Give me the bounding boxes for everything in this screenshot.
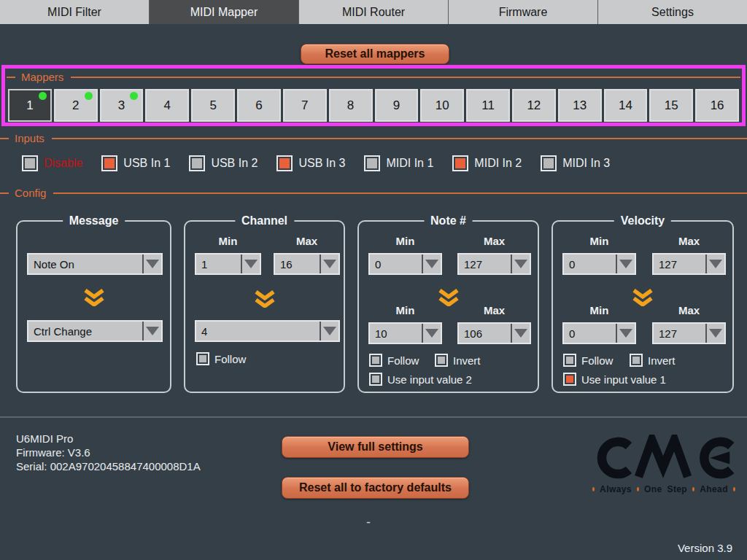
note-out-min-select[interactable]: 10: [368, 322, 442, 344]
reset-factory-defaults-button[interactable]: Reset all to factory defaults: [282, 477, 469, 499]
input-option[interactable]: MIDI In 2: [452, 155, 522, 171]
section-line: [7, 77, 15, 78]
inputs-section-header: Inputs: [0, 132, 747, 144]
note-follow-option[interactable]: Follow: [369, 354, 419, 367]
note-invert-checkbox[interactable]: [435, 354, 448, 367]
cme-tagline: Always One Step Ahead: [592, 484, 735, 494]
input-option[interactable]: Disable: [22, 155, 82, 171]
dropdown-arrow-icon[interactable]: [705, 324, 724, 343]
velocity-use-input-option[interactable]: Use input value 1: [563, 373, 666, 386]
note-in-min-value: 0: [370, 254, 422, 273]
velocity-follow-option[interactable]: Follow: [563, 354, 613, 367]
mapper-button[interactable]: 11: [466, 89, 510, 122]
input-option[interactable]: USB In 2: [189, 155, 258, 171]
mapper-button[interactable]: 3: [100, 89, 144, 122]
dropdown-arrow-icon[interactable]: [422, 324, 441, 343]
channel-in-max-select[interactable]: 16: [274, 253, 340, 275]
mapper-button[interactable]: 9: [375, 89, 419, 122]
view-full-settings-button[interactable]: View full settings: [282, 436, 469, 458]
input-option-label: Disable: [44, 157, 82, 170]
section-line: [0, 192, 9, 194]
tab-midi-filter[interactable]: MIDI Filter: [0, 0, 150, 24]
tab-firmware[interactable]: Firmware: [449, 0, 598, 24]
dropdown-arrow-icon[interactable]: [511, 324, 530, 343]
velocity-invert-option[interactable]: Invert: [630, 354, 676, 367]
input-option[interactable]: MIDI In 3: [541, 155, 610, 171]
mapper-buttons-row: 1 2 3 4 5 6 7: [8, 89, 739, 122]
reset-all-mappers-button[interactable]: Reset all mappers: [301, 44, 449, 64]
mapper-button[interactable]: 15: [649, 89, 693, 122]
note-in-min-select[interactable]: 0: [368, 253, 442, 275]
dropdown-arrow-icon[interactable]: [142, 254, 161, 273]
velocity-out-max-select[interactable]: 127: [652, 322, 726, 344]
mappers-section-header: Mappers: [7, 71, 740, 83]
mapper-button[interactable]: 8: [329, 89, 373, 122]
note-use-input-option[interactable]: Use input value 2: [369, 373, 472, 386]
tagline-word: Step: [667, 484, 688, 494]
dropdown-arrow-icon[interactable]: [705, 254, 724, 273]
active-dot-icon: [85, 92, 93, 100]
note-in-max-label: Max: [457, 235, 531, 247]
velocity-out-min-select[interactable]: 0: [562, 322, 636, 344]
dropdown-arrow-icon[interactable]: [422, 254, 441, 273]
note-use-input-checkbox[interactable]: [369, 373, 382, 386]
mapper-button[interactable]: 1: [8, 89, 52, 122]
velocity-in-min-select[interactable]: 0: [562, 253, 636, 275]
mapper-button[interactable]: 13: [558, 89, 602, 122]
tab-midi-router[interactable]: MIDI Router: [299, 0, 449, 24]
channel-follow-checkbox[interactable]: [196, 352, 209, 365]
section-line: [71, 77, 740, 78]
velocity-in-max-select[interactable]: 127: [652, 253, 726, 275]
mapper-button-label: 11: [481, 98, 495, 113]
velocity-follow-checkbox[interactable]: [563, 354, 576, 367]
mapper-button[interactable]: 12: [512, 89, 556, 122]
mapper-button[interactable]: 6: [237, 89, 281, 122]
input-checkbox[interactable]: [101, 155, 117, 171]
dropdown-arrow-icon[interactable]: [616, 324, 635, 343]
mapper-button-label: 6: [255, 98, 262, 113]
input-option-label: USB In 3: [298, 157, 345, 170]
map-direction-chevron-icon: [82, 289, 106, 306]
message-input-select[interactable]: Note On: [27, 253, 163, 275]
dropdown-arrow-icon[interactable]: [320, 322, 338, 341]
input-checkbox[interactable]: [541, 155, 557, 171]
note-invert-option[interactable]: Invert: [435, 354, 481, 367]
velocity-use-input-checkbox[interactable]: [563, 373, 576, 386]
mapper-button[interactable]: 7: [283, 89, 327, 122]
device-info: U6MIDI Pro Firmware: V3.6 Serial: 002A97…: [16, 432, 201, 473]
channel-in-min-select[interactable]: 1: [195, 253, 261, 275]
note-in-max-value: 127: [459, 254, 511, 273]
mappers-highlight-box: Mappers 1 2 3 4 5: [1, 65, 746, 126]
channel-follow-option[interactable]: Follow: [196, 352, 246, 365]
dropdown-arrow-icon[interactable]: [511, 254, 530, 273]
input-checkbox[interactable]: [276, 155, 293, 171]
velocity-invert-checkbox[interactable]: [630, 354, 643, 367]
input-checkbox[interactable]: [364, 155, 380, 171]
mapper-button[interactable]: 5: [191, 89, 235, 122]
mapper-button[interactable]: 14: [604, 89, 648, 122]
dropdown-arrow-icon[interactable]: [320, 254, 338, 273]
dropdown-arrow-icon[interactable]: [241, 254, 260, 273]
input-option[interactable]: USB In 3: [276, 155, 345, 171]
dropdown-arrow-icon[interactable]: [616, 254, 635, 273]
section-line: [53, 192, 747, 194]
input-option[interactable]: USB In 1: [101, 155, 170, 171]
note-out-max-select[interactable]: 106: [457, 322, 531, 344]
mapper-button[interactable]: 2: [54, 89, 98, 122]
input-checkbox[interactable]: [452, 155, 468, 171]
input-checkbox[interactable]: [189, 155, 205, 171]
mapper-button[interactable]: 10: [420, 89, 464, 122]
mapper-button[interactable]: 4: [145, 89, 189, 122]
note-in-max-select[interactable]: 127: [457, 253, 531, 275]
input-option[interactable]: MIDI In 1: [364, 155, 433, 171]
velocity-out-max-label: Max: [652, 304, 726, 316]
tab-settings[interactable]: Settings: [598, 0, 747, 24]
channel-out-select[interactable]: 4: [195, 320, 340, 342]
note-follow-checkbox[interactable]: [369, 354, 382, 367]
input-checkbox[interactable]: [22, 155, 38, 171]
tab-midi-mapper[interactable]: MIDI Mapper: [150, 0, 299, 24]
message-output-select[interactable]: Ctrl Change: [27, 320, 163, 342]
dropdown-arrow-icon[interactable]: [142, 322, 161, 341]
mapper-button-label: 8: [347, 98, 354, 113]
mapper-button[interactable]: 16: [695, 89, 739, 122]
